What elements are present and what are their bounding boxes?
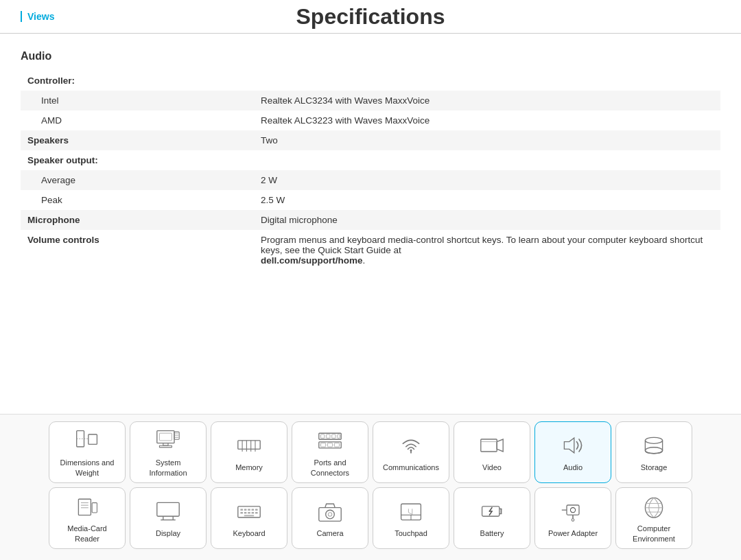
spec-value bbox=[254, 150, 720, 170]
svg-rect-51 bbox=[240, 512, 243, 514]
svg-rect-70 bbox=[567, 505, 579, 515]
svg-point-29 bbox=[410, 450, 412, 452]
media-card-icon bbox=[73, 494, 101, 524]
svg-rect-4 bbox=[159, 433, 172, 441]
communications-icon bbox=[397, 433, 425, 463]
nav-label-media-card: Media-CardReader bbox=[67, 524, 106, 544]
spec-label: AMD bbox=[21, 110, 254, 130]
spec-label: Microphone bbox=[21, 210, 254, 230]
spec-label: Controller: bbox=[21, 71, 254, 91]
spec-value: 2 W bbox=[254, 170, 720, 190]
nav-item-video[interactable]: Video bbox=[454, 421, 530, 483]
section-title: Audio bbox=[21, 50, 720, 62]
nav-item-camera[interactable]: Camera bbox=[292, 487, 368, 549]
nav-label-audio: Audio bbox=[563, 463, 583, 472]
svg-rect-11 bbox=[238, 441, 260, 450]
svg-rect-46 bbox=[240, 509, 243, 511]
nav-label-computer-env: ComputerEnvironment bbox=[633, 524, 675, 544]
nav-item-power-adapter[interactable]: Power Adapter bbox=[534, 487, 611, 549]
nav-item-media-card[interactable]: Media-CardReader bbox=[49, 487, 126, 549]
dimensions-icon bbox=[73, 428, 101, 458]
svg-point-35 bbox=[645, 447, 662, 454]
nav-section: Dimensions andWeightSystemInformationMem… bbox=[0, 414, 741, 560]
svg-rect-1 bbox=[89, 434, 97, 444]
nav-item-display[interactable]: Display bbox=[130, 487, 207, 549]
spec-value: Realtek ALC3223 with Waves MaxxVoice bbox=[254, 110, 720, 130]
nav-label-camera: Camera bbox=[316, 528, 343, 538]
nav-label-ports: Ports andConnectors bbox=[311, 458, 349, 478]
nav-label-power-adapter: Power Adapter bbox=[548, 528, 598, 538]
battery-icon bbox=[478, 499, 506, 528]
spec-value: Two bbox=[254, 130, 720, 150]
svg-rect-66 bbox=[501, 509, 502, 514]
spec-link[interactable]: dell.com/support/home bbox=[261, 255, 363, 266]
nav-item-touchpad[interactable]: Touchpad bbox=[373, 487, 449, 549]
touchpad-icon bbox=[397, 499, 425, 528]
svg-rect-28 bbox=[334, 443, 339, 447]
nav-item-dimensions[interactable]: Dimensions andWeight bbox=[49, 421, 126, 483]
svg-rect-49 bbox=[252, 509, 255, 511]
nav-item-audio[interactable]: Audio bbox=[534, 421, 611, 483]
nav-label-dimensions: Dimensions andWeight bbox=[60, 458, 115, 478]
nav-row-2: Media-CardReaderDisplayKeyboardCameraTou… bbox=[7, 487, 734, 549]
nav-item-keyboard[interactable]: Keyboard bbox=[211, 487, 287, 549]
spec-value bbox=[254, 71, 720, 91]
nav-item-memory[interactable]: Memory bbox=[211, 421, 287, 483]
nav-row-1: Dimensions andWeightSystemInformationMem… bbox=[7, 421, 734, 483]
svg-rect-55 bbox=[255, 512, 258, 514]
display-icon bbox=[154, 499, 182, 528]
svg-point-72 bbox=[572, 519, 574, 522]
nav-label-video: Video bbox=[482, 463, 502, 472]
spec-label: Speakers bbox=[21, 130, 254, 150]
nav-item-system-info[interactable]: SystemInformation bbox=[130, 421, 207, 483]
nav-label-battery: Battery bbox=[480, 528, 504, 538]
nav-label-system-info: SystemInformation bbox=[149, 458, 187, 478]
svg-rect-56 bbox=[244, 515, 254, 517]
header: Views Specifications bbox=[0, 0, 741, 34]
nav-item-battery[interactable]: Battery bbox=[454, 487, 530, 549]
spec-label: Speaker output: bbox=[21, 150, 254, 170]
audio-icon bbox=[559, 433, 587, 463]
spec-value: Digital microphone bbox=[254, 210, 720, 230]
svg-rect-26 bbox=[321, 443, 326, 447]
spec-label: Intel bbox=[21, 91, 254, 110]
nav-item-storage[interactable]: Storage bbox=[615, 421, 692, 483]
main-content: Audio Controller:IntelRealtek ALC3234 wi… bbox=[0, 34, 741, 284]
spec-value: Realtek ALC3234 with Waves MaxxVoice bbox=[254, 91, 720, 110]
svg-rect-27 bbox=[327, 443, 332, 447]
nav-label-touchpad: Touchpad bbox=[395, 528, 427, 538]
svg-point-74 bbox=[570, 508, 575, 513]
nav-label-communications: Communications bbox=[383, 463, 439, 472]
svg-point-58 bbox=[326, 511, 335, 520]
svg-point-59 bbox=[328, 513, 331, 516]
power-adapter-icon bbox=[559, 499, 587, 528]
keyboard-icon bbox=[235, 499, 263, 528]
spec-label: Average bbox=[21, 170, 254, 190]
spec-value: Program menus and keyboard media-control… bbox=[254, 230, 720, 270]
system-info-icon bbox=[154, 428, 182, 458]
svg-rect-24 bbox=[338, 434, 340, 438]
svg-point-34 bbox=[645, 438, 662, 444]
views-link[interactable]: Views bbox=[21, 11, 54, 22]
page-title: Specifications bbox=[296, 4, 445, 30]
nav-item-communications[interactable]: Communications bbox=[373, 421, 449, 483]
svg-rect-22 bbox=[327, 434, 330, 438]
svg-rect-40 bbox=[92, 503, 97, 513]
svg-rect-50 bbox=[255, 509, 258, 511]
nav-label-keyboard: Keyboard bbox=[233, 528, 265, 538]
svg-rect-48 bbox=[248, 509, 250, 511]
svg-rect-52 bbox=[244, 512, 247, 514]
svg-rect-21 bbox=[321, 434, 325, 438]
nav-label-memory: Memory bbox=[235, 463, 263, 472]
nav-item-ports[interactable]: Ports andConnectors bbox=[292, 421, 368, 483]
svg-rect-36 bbox=[78, 499, 91, 515]
nav-label-storage: Storage bbox=[641, 463, 668, 472]
nav-item-computer-env[interactable]: ComputerEnvironment bbox=[615, 487, 692, 549]
memory-icon bbox=[235, 433, 263, 463]
svg-rect-47 bbox=[244, 509, 247, 511]
svg-rect-23 bbox=[332, 434, 336, 438]
nav-label-display: Display bbox=[156, 528, 180, 538]
svg-rect-30 bbox=[481, 439, 497, 452]
svg-marker-31 bbox=[497, 439, 503, 452]
svg-rect-6 bbox=[159, 445, 172, 447]
